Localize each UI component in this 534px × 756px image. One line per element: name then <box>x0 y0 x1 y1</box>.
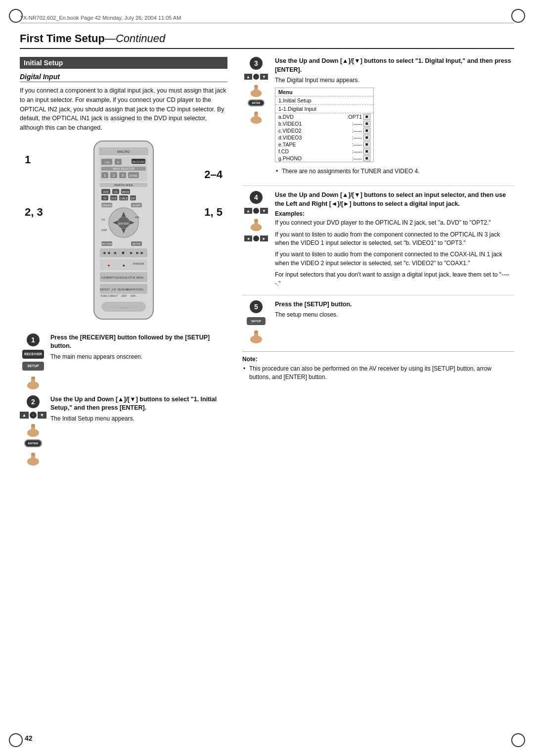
svg-text:CABLE: CABLE <box>120 197 128 200</box>
step3-enter-icon: ENTER <box>248 99 265 106</box>
enter-circle-icon: • <box>30 412 37 419</box>
section-heading: Initial Setup <box>20 57 227 69</box>
step3-finger-icon <box>248 81 265 98</box>
svg-rect-87 <box>31 424 35 427</box>
step5-icon: 5 SETUP <box>242 300 270 344</box>
left-column: Initial Setup Digital Input If you conne… <box>20 57 227 472</box>
step4-example4: For input selectors that you don't want … <box>275 271 514 288</box>
svg-text:●: ● <box>108 263 110 268</box>
menu-rows: a.DVD:OPT1▣b.VIDEO1:-----▣c.VIDEO2:-----… <box>275 113 373 162</box>
svg-text:DISP: DISP <box>101 229 107 232</box>
svg-text:DISP+: DISP+ <box>137 288 144 291</box>
svg-text:◄: ◄ <box>113 250 117 255</box>
svg-text:DVD: DVD <box>103 190 109 193</box>
note-label: Note: <box>242 356 514 363</box>
svg-text:MEMORY: MEMORY <box>126 288 137 291</box>
step3-content: Use the Up and Down [▲]/[▼] buttons to s… <box>275 57 514 179</box>
menu-section1: 1.Initial Setup <box>275 96 373 105</box>
svg-text:+DSP: +DSP <box>121 295 127 297</box>
remote-svg: MACRO +10 0 INPUT SELECTOR 1 <box>74 139 173 327</box>
svg-text:VOL: VOL <box>135 216 140 219</box>
svg-text:SAT: SAT <box>131 197 135 200</box>
svg-text:VCR: VCR <box>111 197 117 200</box>
step2-content: Use the Up and Down [▲]/[▼] buttons to s… <box>50 395 227 423</box>
finger-icon-1 <box>24 373 42 390</box>
svg-text:DIRECT: DIRECT <box>110 295 118 297</box>
two-column-layout: Initial Setup Digital Input If you conne… <box>20 57 514 472</box>
svg-text:CH: CH <box>101 218 105 221</box>
svg-text:+10: +10 <box>104 161 110 164</box>
menu-table-row: a.DVD:OPT1▣ <box>275 113 373 120</box>
menu-table-row: d.VIDEO3:-----▣ <box>275 134 373 141</box>
receiver-button-icon: RECEIVER <box>22 350 44 359</box>
step5-title: Press the [SETUP] button. <box>275 300 514 309</box>
step5-setup-icon: SETUP <box>247 317 266 325</box>
step4-center-icon <box>253 208 259 214</box>
svg-text:SUBTITLE: SUBTITLE <box>107 276 119 279</box>
svg-text:CD: CD <box>114 190 118 193</box>
step5-body: The setup menu closes. <box>275 311 514 319</box>
svg-text:ANGLE: ANGLE <box>119 276 128 279</box>
svg-text:REMOTE MODE: REMOTE MODE <box>114 184 133 187</box>
note-section: Note: This procedure can also be perform… <box>242 351 514 381</box>
arrow-buttons-icon: ▲ • ▼ <box>20 412 46 419</box>
step4-example2: If you want to listen to audio from the … <box>275 231 514 248</box>
svg-text:MACRO: MACRO <box>117 150 131 153</box>
right-column: 3 ▲ • ▼ <box>242 57 514 472</box>
svg-text:SLEEP: SLEEP <box>133 204 141 207</box>
svg-text:INPUT SELECTOR: INPUT SELECTOR <box>113 167 134 170</box>
svg-text:◄◄: ◄◄ <box>102 250 111 255</box>
enter-button-icon: ENTER <box>24 439 42 447</box>
svg-text:►►: ►► <box>135 250 144 255</box>
step3-arrow-icon: ▲ • ▼ <box>244 74 268 80</box>
svg-text:PURE.A: PURE.A <box>101 295 109 297</box>
svg-text:DIMMER: DIMMER <box>102 204 112 207</box>
remote-label-1: 1 <box>25 153 43 166</box>
remote-label-24: 2–4 <box>204 168 222 181</box>
step3-icon: 3 ▲ • ▼ <box>242 57 270 125</box>
step1-content: Press the [RECEIVER] button followed by … <box>50 333 227 361</box>
step4-icon: 4 ▲ ▼ ◄ <box>242 191 270 241</box>
step4-example3: If you want to listen to audio from the … <box>275 250 514 268</box>
step5-content: Press the [SETUP] button. The setup menu… <box>275 300 514 320</box>
step3-body: The Digital Input menu appears. <box>275 76 514 85</box>
svg-text:3: 3 <box>122 174 124 177</box>
menu-table-row: c.VIDEO2:-----▣ <box>275 127 373 134</box>
step4-lr-arrow-icon: ◄ ► <box>244 236 268 241</box>
step5-number: 5 <box>250 300 263 313</box>
page-number: 42 <box>25 734 33 742</box>
finger-icon-2a <box>24 420 42 438</box>
step3-number: 3 <box>250 57 263 70</box>
svg-text:■: ■ <box>123 264 125 267</box>
svg-text:RECEIVER: RECEIVER <box>132 160 145 163</box>
step2-title: Use the Up and Down [▲]/[▼] buttons to s… <box>50 395 227 413</box>
menu-table-row: b.VIDEO1:-----▣ <box>275 120 373 127</box>
step1-row: 1 RECEIVER SETUP <box>20 333 227 390</box>
step4-center2-icon <box>253 236 259 241</box>
note-text: This procedure can also be performed on … <box>242 365 514 381</box>
step-divider-45 <box>242 295 514 295</box>
step2-body: The Initial Setup menu appears. <box>50 415 227 423</box>
finger-icon-2b <box>24 449 42 467</box>
step-divider-34 <box>242 186 514 186</box>
subsection-heading: Digital Input <box>20 73 227 82</box>
header-bar: TX-NR702,602_En.book Page 42 Monday, Jul… <box>20 15 514 23</box>
step4-number: 4 <box>250 191 263 204</box>
svg-text:ENTER: ENTER <box>119 222 129 225</box>
step4-title: Use the Up and Down [▲]/[▼] buttons to s… <box>275 191 514 208</box>
step1-body: The main menu appears onscreen. <box>50 353 227 361</box>
step4-content: Use the Up and Down [▲]/[▼] buttons to s… <box>275 191 514 288</box>
svg-text:TV: TV <box>103 197 107 200</box>
menu-table-row: g.PHONO:-----▣ <box>275 155 373 162</box>
menu-section2: 1-1.Digital Input <box>275 105 373 113</box>
examples-label: Examples: <box>275 210 514 217</box>
menu-table-row: e.TAPE:-----▣ <box>275 141 373 148</box>
svg-text:1: 1 <box>104 174 106 177</box>
page-title: First Time Setup—Continued <box>20 32 514 49</box>
menu-table-row: f.CD:-----▣ <box>275 148 373 155</box>
svg-text:RANDOM: RANDOM <box>133 262 144 265</box>
remote-label-15: 1, 5 <box>204 206 222 219</box>
step5-finger-icon <box>247 327 265 344</box>
svg-rect-99 <box>254 219 258 222</box>
svg-text:— — —: — — — <box>119 306 128 309</box>
